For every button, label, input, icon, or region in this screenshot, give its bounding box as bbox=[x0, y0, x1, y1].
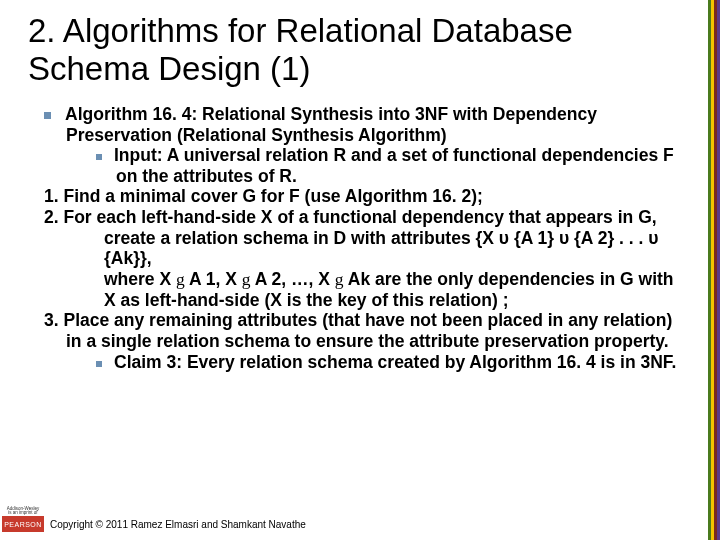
step2c-mid1: A 1, X bbox=[185, 269, 242, 289]
logo-brand: PEARSON bbox=[2, 516, 44, 532]
bullet-icon bbox=[96, 361, 102, 367]
algo-claim: Claim 3: Every relation schema created b… bbox=[96, 352, 680, 373]
slide: 2. Algorithms for Relational Database Sc… bbox=[0, 0, 720, 540]
algo-claim-text: Claim 3: Every relation schema created b… bbox=[114, 352, 676, 372]
algo-heading-text: Algorithm 16. 4: Relational Synthesis in… bbox=[65, 104, 597, 145]
slide-body: Algorithm 16. 4: Relational Synthesis in… bbox=[0, 94, 720, 372]
slide-title: 2. Algorithms for Relational Database Sc… bbox=[0, 0, 720, 94]
algo-input-text: Input: A universal relation R and a set … bbox=[114, 145, 674, 186]
algo-input: Input: A universal relation R and a set … bbox=[96, 145, 680, 186]
algo-heading: Algorithm 16. 4: Relational Synthesis in… bbox=[44, 104, 680, 145]
algo-step-2-a: 2. For each left-hand-side X of a functi… bbox=[44, 207, 680, 228]
edge-stripes bbox=[708, 0, 720, 540]
step2c-pre: where X bbox=[104, 269, 176, 289]
step2c-mid2: A 2, …, X bbox=[251, 269, 335, 289]
algo-step-2-c: where X g A 1, X g A 2, …, X g Ak are th… bbox=[104, 269, 680, 310]
arrow-icon: g bbox=[242, 269, 251, 289]
pearson-logo: Addison-Wesley is an imprint of PEARSON bbox=[2, 507, 44, 532]
arrow-icon: g bbox=[335, 269, 344, 289]
copyright-text: Copyright © 2011 Ramez Elmasri and Shamk… bbox=[50, 519, 306, 532]
arrow-icon: g bbox=[176, 269, 185, 289]
algo-step-3: 3. Place any remaining attributes (that … bbox=[44, 310, 680, 351]
bullet-icon bbox=[44, 112, 51, 119]
footer: Addison-Wesley is an imprint of PEARSON … bbox=[0, 507, 306, 532]
bullet-icon bbox=[96, 154, 102, 160]
algo-step-2-b: create a relation schema in D with attri… bbox=[104, 228, 680, 269]
algo-step-1: 1. Find a minimal cover G for F (use Alg… bbox=[44, 186, 680, 207]
